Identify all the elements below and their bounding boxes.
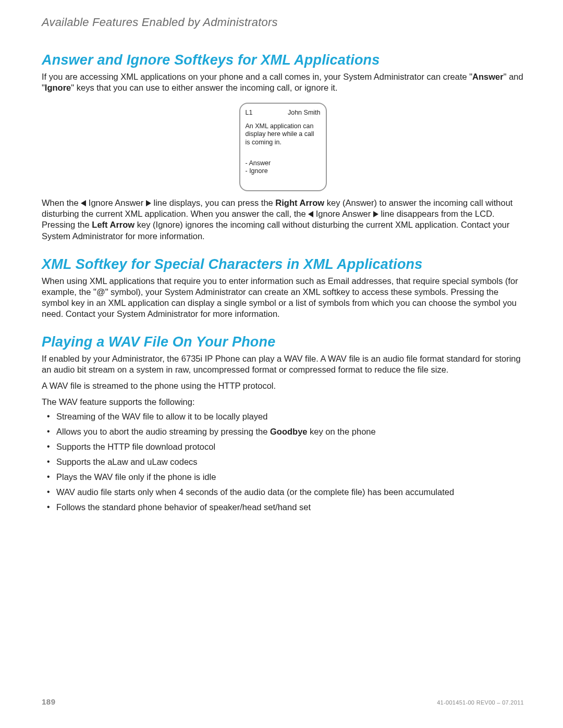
list-item: Supports the aLaw and uLaw codecs	[47, 456, 524, 467]
text: line displays, you can press the	[151, 198, 275, 207]
text: " keys that you can use to either answer…	[71, 83, 337, 92]
arrow-left-icon	[81, 200, 86, 206]
arrow-left-icon	[308, 211, 313, 217]
page-footer: 189 41-001451-00 REV00 – 07.2011	[42, 697, 524, 706]
running-header: Available Features Enabled by Administra…	[42, 16, 524, 29]
list-item: Plays the WAV file only if the phone is …	[47, 472, 524, 483]
screen-message: An XML application can display here whil…	[246, 122, 321, 147]
bold-answer: Answer	[472, 72, 504, 81]
bold-ignore: Ignore	[45, 83, 71, 92]
arrow-right-icon	[373, 211, 378, 217]
screen-line-label: L1	[246, 109, 253, 117]
screen-top-row: L1 John Smith	[246, 109, 321, 117]
wav-bullet-list: Streaming of the WAV file to allow it to…	[47, 411, 524, 513]
para-wav-1: If enabled by your Administrator, the 67…	[42, 353, 524, 375]
doc-ref: 41-001451-00 REV00 – 07.2011	[437, 699, 524, 706]
page-number: 189	[42, 697, 56, 706]
screen-softkey-ignore: - Ignore	[246, 167, 321, 176]
text: Ignore Answer	[313, 209, 373, 218]
phone-screen: L1 John Smith An XML application can dis…	[239, 103, 327, 191]
screen-softkeys: - Answer - Ignore	[246, 159, 321, 176]
list-item: WAV audio file starts only when 4 second…	[47, 487, 524, 498]
section-title-wav: Playing a WAV File On Your Phone	[42, 334, 524, 350]
section-title-answer-ignore: Answer and Ignore Softkeys for XML Appli…	[42, 52, 524, 68]
bold-left-arrow: Left Arrow	[92, 220, 134, 229]
para-answer-ignore-details: When the Ignore Answer line displays, yo…	[42, 198, 524, 241]
text: If you are accessing XML applications on…	[42, 72, 472, 81]
para-wav-2: A WAV file is streamed to the phone usin…	[42, 380, 524, 391]
bold-right-arrow: Right Arrow	[275, 198, 324, 207]
phone-screen-illustration: L1 John Smith An XML application can dis…	[42, 103, 524, 191]
text: key on the phone	[308, 427, 376, 436]
section-title-xml-softkey: XML Softkey for Special Characters in XM…	[42, 256, 524, 273]
text: Allows you to abort the audio streaming …	[56, 427, 270, 436]
arrow-right-icon	[146, 200, 151, 206]
screen-softkey-answer: - Answer	[246, 159, 321, 168]
document-page: Available Features Enabled by Administra…	[0, 0, 563, 728]
list-item: Follows the standard phone behavior of s…	[47, 502, 524, 513]
list-item: Streaming of the WAV file to allow it to…	[47, 411, 524, 422]
text: When the	[42, 198, 81, 207]
bold-goodbye: Goodbye	[270, 427, 308, 436]
text: Ignore Answer	[86, 198, 146, 207]
list-item: Supports the HTTP file download protocol	[47, 441, 524, 452]
para-wav-3: The WAV feature supports the following:	[42, 397, 524, 408]
list-item: Allows you to abort the audio streaming …	[47, 426, 524, 437]
screen-caller-name: John Smith	[288, 109, 321, 117]
para-answer-ignore-intro: If you are accessing XML applications on…	[42, 71, 524, 93]
para-xml-softkey: When using XML applications that require…	[42, 276, 524, 319]
